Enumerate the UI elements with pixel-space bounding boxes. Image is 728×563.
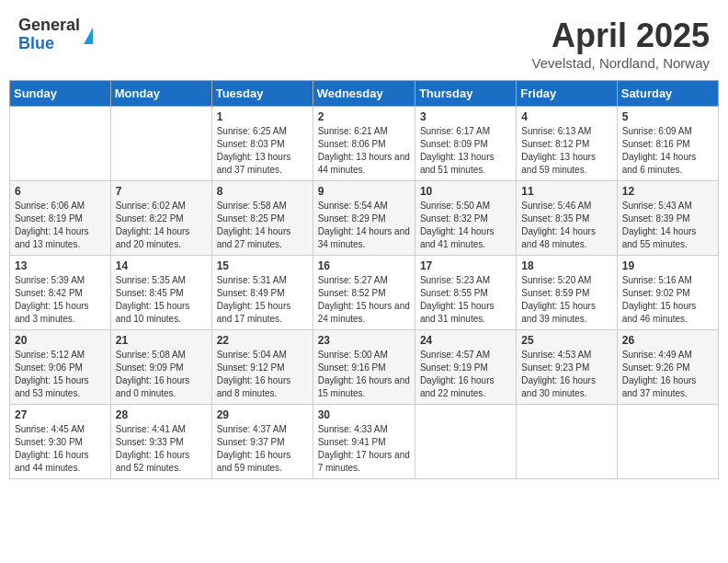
day-number: 28 (116, 408, 207, 421)
calendar-cell: 13Sunrise: 5:39 AMSunset: 8:42 PMDayligh… (10, 256, 111, 330)
calendar-table: SundayMondayTuesdayWednesdayThursdayFrid… (9, 80, 719, 479)
day-number: 22 (217, 334, 308, 347)
calendar-cell: 9Sunrise: 5:54 AMSunset: 8:29 PMDaylight… (313, 181, 415, 256)
location-subtitle: Vevelstad, Nordland, Norway (532, 55, 710, 71)
day-info: Sunrise: 4:41 AMSunset: 9:33 PMDaylight:… (116, 423, 207, 475)
calendar-cell: 24Sunrise: 4:57 AMSunset: 9:19 PMDayligh… (415, 330, 516, 405)
calendar-header-row: SundayMondayTuesdayWednesdayThursdayFrid… (10, 81, 719, 107)
day-info: Sunrise: 6:17 AMSunset: 8:09 PMDaylight:… (420, 125, 511, 177)
calendar-cell: 26Sunrise: 4:49 AMSunset: 9:26 PMDayligh… (617, 330, 718, 405)
logo-triangle-icon (84, 28, 93, 44)
day-number: 19 (622, 259, 713, 272)
day-number: 14 (116, 259, 207, 272)
calendar-cell (617, 405, 718, 479)
calendar-cell: 29Sunrise: 4:37 AMSunset: 9:37 PMDayligh… (211, 405, 313, 479)
calendar-cell: 16Sunrise: 5:27 AMSunset: 8:52 PMDayligh… (313, 256, 415, 330)
day-info: Sunrise: 5:58 AMSunset: 8:25 PMDaylight:… (217, 200, 308, 251)
calendar-cell: 11Sunrise: 5:46 AMSunset: 8:35 PMDayligh… (517, 181, 617, 256)
day-number: 1 (217, 110, 308, 123)
day-number: 23 (318, 334, 410, 347)
day-number: 2 (318, 110, 410, 123)
day-info: Sunrise: 5:16 AMSunset: 9:02 PMDaylight:… (622, 274, 713, 326)
calendar-cell (415, 405, 516, 479)
day-number: 5 (622, 110, 713, 123)
calendar-cell: 1Sunrise: 6:25 AMSunset: 8:03 PMDaylight… (211, 107, 313, 181)
calendar-cell: 20Sunrise: 5:12 AMSunset: 9:06 PMDayligh… (10, 330, 111, 405)
day-info: Sunrise: 5:27 AMSunset: 8:52 PMDaylight:… (318, 274, 410, 326)
day-info: Sunrise: 5:23 AMSunset: 8:55 PMDaylight:… (420, 274, 511, 326)
day-info: Sunrise: 6:02 AMSunset: 8:22 PMDaylight:… (116, 200, 207, 251)
day-info: Sunrise: 6:09 AMSunset: 8:16 PMDaylight:… (622, 125, 713, 177)
calendar-cell: 6Sunrise: 6:06 AMSunset: 8:19 PMDaylight… (10, 181, 111, 256)
day-number: 15 (217, 259, 308, 272)
day-info: Sunrise: 5:39 AMSunset: 8:42 PMDaylight:… (15, 274, 106, 326)
logo-blue: Blue (18, 35, 80, 53)
day-info: Sunrise: 6:06 AMSunset: 8:19 PMDaylight:… (15, 200, 106, 251)
day-info: Sunrise: 4:37 AMSunset: 9:37 PMDaylight:… (217, 423, 308, 475)
calendar-week-row: 20Sunrise: 5:12 AMSunset: 9:06 PMDayligh… (10, 330, 719, 405)
day-info: Sunrise: 4:33 AMSunset: 9:41 PMDaylight:… (318, 423, 410, 475)
day-info: Sunrise: 6:25 AMSunset: 8:03 PMDaylight:… (217, 125, 308, 177)
day-number: 12 (622, 185, 713, 198)
day-number: 7 (116, 185, 207, 198)
calendar-cell: 4Sunrise: 6:13 AMSunset: 8:12 PMDaylight… (517, 107, 617, 181)
day-header-friday: Friday (517, 81, 617, 107)
day-number: 21 (116, 334, 207, 347)
page-header: General Blue April 2025 Vevelstad, Nordl… (9, 9, 719, 76)
day-header-sunday: Sunday (10, 81, 111, 107)
day-number: 24 (420, 334, 511, 347)
calendar-cell: 18Sunrise: 5:20 AMSunset: 8:59 PMDayligh… (517, 256, 617, 330)
day-number: 17 (420, 259, 511, 272)
calendar-cell: 25Sunrise: 4:53 AMSunset: 9:23 PMDayligh… (517, 330, 617, 405)
day-number: 20 (15, 334, 106, 347)
calendar-cell (110, 107, 211, 181)
calendar-week-row: 6Sunrise: 6:06 AMSunset: 8:19 PMDaylight… (10, 181, 719, 256)
day-number: 6 (15, 185, 106, 198)
day-info: Sunrise: 4:57 AMSunset: 9:19 PMDaylight:… (420, 349, 511, 400)
day-number: 26 (622, 334, 713, 347)
calendar-cell: 15Sunrise: 5:31 AMSunset: 8:49 PMDayligh… (211, 256, 313, 330)
calendar-cell: 8Sunrise: 5:58 AMSunset: 8:25 PMDaylight… (211, 181, 313, 256)
calendar-week-row: 13Sunrise: 5:39 AMSunset: 8:42 PMDayligh… (10, 256, 719, 330)
calendar-cell: 28Sunrise: 4:41 AMSunset: 9:33 PMDayligh… (110, 405, 211, 479)
calendar-cell: 2Sunrise: 6:21 AMSunset: 8:06 PMDaylight… (313, 107, 415, 181)
day-number: 4 (521, 110, 611, 123)
calendar-cell: 10Sunrise: 5:50 AMSunset: 8:32 PMDayligh… (415, 181, 516, 256)
calendar-cell: 27Sunrise: 4:45 AMSunset: 9:30 PMDayligh… (10, 405, 111, 479)
day-number: 10 (420, 185, 511, 198)
day-number: 9 (318, 185, 410, 198)
day-number: 13 (15, 259, 106, 272)
day-number: 11 (521, 185, 611, 198)
day-info: Sunrise: 5:43 AMSunset: 8:39 PMDaylight:… (622, 200, 713, 251)
calendar-cell: 19Sunrise: 5:16 AMSunset: 9:02 PMDayligh… (617, 256, 718, 330)
day-info: Sunrise: 5:50 AMSunset: 8:32 PMDaylight:… (420, 200, 511, 251)
day-number: 18 (521, 259, 611, 272)
day-number: 27 (15, 408, 106, 421)
calendar-cell: 22Sunrise: 5:04 AMSunset: 9:12 PMDayligh… (211, 330, 313, 405)
day-info: Sunrise: 5:00 AMSunset: 9:16 PMDaylight:… (318, 349, 410, 400)
day-number: 25 (521, 334, 611, 347)
day-number: 30 (318, 408, 410, 421)
day-header-monday: Monday (110, 81, 211, 107)
day-info: Sunrise: 4:49 AMSunset: 9:26 PMDaylight:… (622, 349, 713, 400)
day-number: 8 (217, 185, 308, 198)
calendar-cell: 7Sunrise: 6:02 AMSunset: 8:22 PMDaylight… (110, 181, 211, 256)
logo-text: General Blue (18, 17, 80, 53)
logo: General Blue (18, 17, 93, 53)
calendar-cell: 23Sunrise: 5:00 AMSunset: 9:16 PMDayligh… (313, 330, 415, 405)
calendar-cell (517, 405, 617, 479)
calendar-week-row: 1Sunrise: 6:25 AMSunset: 8:03 PMDaylight… (10, 107, 719, 181)
calendar-cell: 5Sunrise: 6:09 AMSunset: 8:16 PMDaylight… (617, 107, 718, 181)
day-info: Sunrise: 5:31 AMSunset: 8:49 PMDaylight:… (217, 274, 308, 326)
calendar-cell (10, 107, 111, 181)
day-info: Sunrise: 6:13 AMSunset: 8:12 PMDaylight:… (521, 125, 611, 177)
day-info: Sunrise: 5:20 AMSunset: 8:59 PMDaylight:… (521, 274, 611, 326)
day-number: 29 (217, 408, 308, 421)
day-info: Sunrise: 5:35 AMSunset: 8:45 PMDaylight:… (116, 274, 207, 326)
calendar-cell: 12Sunrise: 5:43 AMSunset: 8:39 PMDayligh… (617, 181, 718, 256)
day-header-thursday: Thursday (415, 81, 516, 107)
day-info: Sunrise: 5:12 AMSunset: 9:06 PMDaylight:… (15, 349, 106, 400)
day-info: Sunrise: 4:53 AMSunset: 9:23 PMDaylight:… (521, 349, 611, 400)
day-number: 3 (420, 110, 511, 123)
day-info: Sunrise: 5:04 AMSunset: 9:12 PMDaylight:… (217, 349, 308, 400)
